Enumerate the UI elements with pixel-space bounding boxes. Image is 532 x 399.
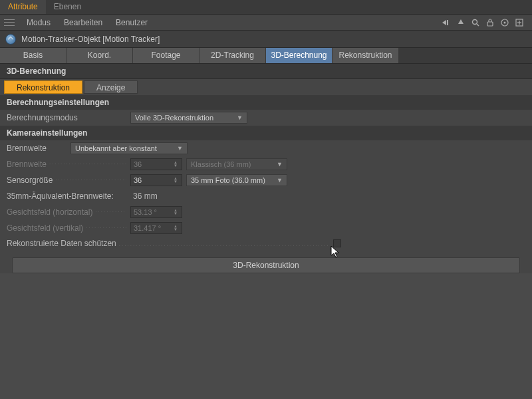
stepper-icon[interactable]: ▲▼ (172, 177, 179, 184)
motion-tracker-icon (5, 34, 16, 45)
object-header: Motion-Tracker-Objekt [Motion Tracker] (0, 31, 532, 48)
svg-rect-3 (487, 22, 493, 26)
lock-icon[interactable] (485, 18, 495, 27)
run-3d-reconstruction-button[interactable]: 3D-Rekonstruktion (12, 257, 520, 273)
chevron-down-icon: ▼ (277, 177, 283, 184)
section-3d-berechnung: 3D-Berechnung Rekonstruktion Anzeige Ber… (0, 64, 532, 273)
new-panel-icon[interactable] (515, 18, 524, 27)
tab-basis[interactable]: Basis (0, 48, 66, 63)
label-fov-horizontal: Gesichtsfeld (horizontal) (7, 207, 126, 217)
object-title: Motion-Tracker-Objekt [Motion Tracker] (21, 35, 160, 44)
label-35mm-equiv: 35mm-Äquivalent-Brennweite: (7, 192, 126, 201)
chevron-down-icon: ▼ (277, 161, 283, 168)
row-berechnungsmodus: Berechnungsmodus Volle 3D-Rekonstruktion… (0, 110, 532, 126)
svg-point-1 (473, 19, 477, 24)
input-fov-horizontal[interactable]: 53.13 ° ▲▼ (130, 206, 182, 218)
menu-bearbeiten[interactable]: Bearbeiten (57, 18, 109, 27)
stepper-icon[interactable]: ▲▼ (172, 225, 179, 231)
chevron-down-icon: ▼ (237, 114, 243, 121)
menu-modus[interactable]: Modus (20, 18, 57, 27)
input-value: 31.417 ° (134, 224, 161, 232)
subtab-rekonstruktion[interactable]: Rekonstruktion (4, 80, 82, 94)
label-fov-vertikal: Gesichtsfeld (vertikal) (7, 223, 126, 233)
input-brennweite[interactable]: 36 ▲▼ (130, 158, 182, 170)
label-sensorgroesse: Sensorgröße (7, 176, 126, 185)
dropdown-value: Volle 3D-Rekonstruktion (135, 114, 213, 122)
tab-attribute[interactable]: Attribute (0, 0, 46, 14)
sub-tabs: Rekonstruktion Anzeige (0, 79, 532, 95)
tab-ebenen[interactable]: Ebenen (46, 0, 89, 14)
row-fov-vertikal: Gesichtsfeld (vertikal) 31.417 ° ▲▼ (0, 220, 532, 236)
input-value: 36 (134, 176, 142, 184)
target-icon[interactable] (500, 18, 509, 27)
top-tabs: Attribute Ebenen (0, 0, 532, 15)
main-tabs: Basis Koord. Footage 2D-Tracking 3D-Bere… (0, 48, 532, 64)
row-35mm-equiv: 35mm-Äquivalent-Brennweite: 36 mm (0, 188, 532, 204)
search-icon[interactable] (471, 18, 480, 27)
dropdown-brennweite-mode[interactable]: Unbekannt aber konstant ▼ (70, 142, 188, 154)
svg-point-5 (504, 21, 506, 23)
input-fov-vertikal[interactable]: 31.417 ° ▲▼ (130, 222, 182, 234)
tab-3d-berechnung[interactable]: 3D-Berechnung (266, 48, 332, 63)
input-sensorgroesse[interactable]: 36 ▲▼ (130, 174, 182, 186)
input-value: 53.13 ° (134, 208, 157, 216)
tab-koord[interactable]: Koord. (66, 48, 133, 63)
input-value: 36 (134, 160, 142, 168)
chevron-down-icon: ▼ (177, 145, 183, 152)
row-sensorgroesse: Sensorgröße 36 ▲▼ 35 mm Foto (36.0 mm) ▼ (0, 172, 532, 188)
nav-back-icon[interactable] (442, 18, 451, 27)
label-berechnungsmodus: Berechnungsmodus (7, 113, 126, 122)
section-title: 3D-Berechnung (0, 64, 532, 79)
stepper-icon[interactable]: ▲▼ (172, 161, 179, 168)
checkbox-protect-data[interactable] (333, 239, 341, 247)
dropdown-value: 35 mm Foto (36.0 mm) (191, 176, 265, 184)
row-brennweite-mode: Brennweite Unbekannt aber konstant ▼ (0, 140, 532, 156)
menu-benutzer[interactable]: Benutzer (109, 18, 154, 27)
stepper-icon[interactable]: ▲▼ (172, 209, 179, 215)
dropdown-value: Klassisch (36 mm) (191, 160, 251, 168)
row-protect-data: Rekonstruierte Daten schützen (0, 236, 532, 251)
dropdown-brennweite-preset[interactable]: Klassisch (36 mm) ▼ (186, 158, 287, 170)
svg-rect-0 (447, 20, 448, 25)
tab-2d-tracking[interactable]: 2D-Tracking (200, 48, 266, 63)
label-brennweite-num: Brennweite (7, 160, 126, 169)
svg-line-2 (477, 24, 479, 26)
label-brennweite-mode: Brennweite (7, 144, 66, 153)
dropdown-sensor-preset[interactable]: 35 mm Foto (36.0 mm) ▼ (186, 174, 287, 186)
row-fov-horizontal: Gesichtsfeld (horizontal) 53.13 ° ▲▼ (0, 204, 532, 220)
value-35mm-equiv: 36 mm (130, 192, 158, 201)
menu-bar: Modus Bearbeiten Benutzer (0, 15, 532, 31)
tab-rekonstruktion[interactable]: Rekonstruktion (332, 48, 399, 63)
grid-icon[interactable] (4, 19, 15, 26)
group-kamera: Kameraeinstellungen (0, 126, 532, 140)
label-protect-data: Rekonstruierte Daten schützen (7, 239, 329, 248)
group-berechnung: Berechnungseinstellungen (0, 95, 532, 110)
tab-footage[interactable]: Footage (133, 48, 200, 63)
subtab-anzeige[interactable]: Anzeige (84, 80, 138, 94)
dropdown-value: Unbekannt aber konstant (75, 144, 157, 152)
row-brennweite-num: Brennweite 36 ▲▼ Klassisch (36 mm) ▼ (0, 156, 532, 172)
nav-up-icon[interactable] (456, 18, 466, 27)
dropdown-berechnungsmodus[interactable]: Volle 3D-Rekonstruktion ▼ (130, 112, 247, 124)
